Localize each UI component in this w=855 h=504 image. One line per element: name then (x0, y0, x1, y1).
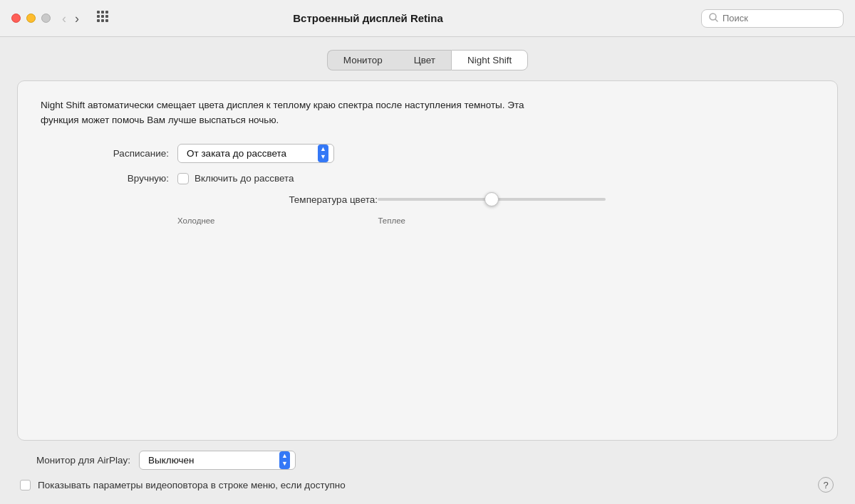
manual-checkbox-label: Включить до рассвета (195, 173, 294, 184)
settings-form: Расписание: От заката до рассвета Произв… (41, 144, 814, 225)
cold-label: Холоднее (177, 216, 215, 225)
temperature-slider[interactable] (378, 198, 606, 201)
temperature-row: Температура цвета: (41, 194, 814, 205)
schedule-label: Расписание: (41, 148, 169, 159)
airplay-label: Монитор для AirPlay: (20, 455, 130, 466)
search-icon (709, 13, 718, 24)
window-title: Встроенный дисплей Retina (35, 12, 701, 24)
temperature-label: Температура цвета: (249, 194, 378, 205)
tab-nightshift[interactable]: Night Shift (451, 50, 528, 70)
night-shift-panel: Night Shift автоматически смещает цвета … (17, 80, 838, 441)
main-content: Монитор Цвет Night Shift Night Shift авт… (0, 37, 855, 504)
schedule-select-wrapper: От заката до рассвета Произвольно Выключ… (177, 144, 334, 163)
airplay-select[interactable]: Выключен Apple TV (139, 451, 296, 470)
schedule-row: Расписание: От заката до рассвета Произв… (41, 144, 814, 163)
titlebar: ‹ › Встроенный дисплей Retina (0, 0, 855, 37)
search-box (701, 9, 844, 28)
airplay-select-wrapper: Выключен Apple TV ▲ ▼ (139, 451, 296, 470)
warm-label: Теплее (378, 216, 405, 225)
mirroring-checkbox[interactable] (20, 480, 31, 490)
schedule-select[interactable]: От заката до рассвета Произвольно Выключ… (177, 144, 334, 163)
airplay-row: Монитор для AirPlay: Выключен Apple TV ▲… (20, 451, 835, 470)
tab-color[interactable]: Цвет (398, 50, 451, 70)
bottom-section: Монитор для AirPlay: Выключен Apple TV ▲… (17, 451, 838, 493)
manual-row: Вручную: Включить до рассвета (41, 173, 814, 184)
mirroring-label: Показывать параметры видеоповтора в стро… (38, 480, 346, 490)
description-text: Night Shift автоматически смещает цвета … (41, 98, 525, 128)
manual-label: Вручную: (41, 173, 169, 184)
manual-checkbox[interactable] (177, 173, 189, 184)
mirroring-row: Показывать параметры видеоповтора в стро… (20, 477, 835, 493)
tab-bar: Монитор Цвет Night Shift (17, 50, 838, 70)
svg-line-10 (715, 19, 717, 21)
slider-labels: Холоднее Теплее (177, 216, 405, 225)
close-button[interactable] (11, 14, 21, 23)
search-input[interactable] (722, 13, 836, 23)
slider-container: Температура цвета: (249, 194, 606, 205)
help-button[interactable]: ? (818, 477, 834, 493)
tab-monitor[interactable]: Монитор (327, 50, 398, 70)
manual-checkbox-wrapper: Включить до рассвета (177, 173, 294, 184)
